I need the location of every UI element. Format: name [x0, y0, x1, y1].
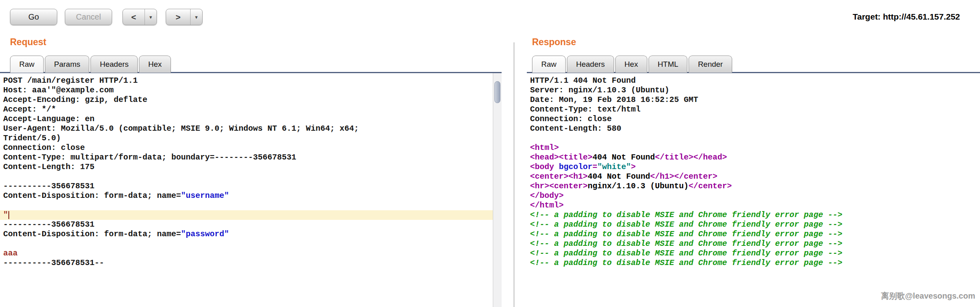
- code-line: <center><h1>404 Not Found</h1></center>: [527, 172, 980, 181]
- request-scroll-thumb[interactable]: [494, 81, 500, 103]
- request-title: Request: [10, 37, 46, 48]
- code-segment: <!-- a padding to disable MSIE and Chrom…: [530, 239, 842, 248]
- code-segment: ": [3, 210, 8, 219]
- code-segment: <html>: [530, 143, 559, 152]
- response-editor[interactable]: HTTP/1.1 404 Not FoundServer: nginx/1.10…: [527, 73, 980, 307]
- code-line: Trident/5.0): [0, 134, 493, 143]
- code-segment: ----------356678531: [3, 181, 94, 191]
- code-segment: <hr><center>: [530, 181, 588, 191]
- code-line: Accept: */*: [0, 105, 493, 114]
- code-segment: "white": [597, 162, 631, 171]
- code-line: ----------356678531: [0, 181, 493, 191]
- back-dropdown-button[interactable]: ▼: [145, 9, 157, 25]
- code-line: Content-Type: text/html: [527, 105, 980, 114]
- code-line: ": [0, 210, 493, 220]
- back-button[interactable]: <: [123, 9, 145, 25]
- code-segment: </html>: [530, 201, 564, 210]
- code-segment: Accept-Language: en: [3, 114, 94, 124]
- code-segment: <center><h1>: [530, 172, 588, 181]
- go-button[interactable]: Go: [10, 9, 57, 25]
- code-line: User-Agent: Mozilla/5.0 (compatible; MSI…: [0, 124, 493, 134]
- code-segment: Trident/5.0): [3, 134, 61, 143]
- code-segment: Content-Type: text/html: [530, 105, 641, 114]
- code-segment: 404 Not Found: [588, 172, 650, 181]
- tab-html[interactable]: HTML: [649, 56, 688, 73]
- code-segment: <!-- a padding to disable MSIE and Chrom…: [530, 220, 842, 229]
- code-line: Connection: close: [0, 143, 493, 153]
- code-segment: User-Agent: Mozilla/5.0 (compatible; MSI…: [3, 124, 359, 133]
- code-segment: 404 Not Found: [592, 153, 655, 162]
- code-line: Connection: close: [527, 114, 980, 124]
- code-segment: Content-Length: 580: [530, 124, 621, 133]
- code-segment: <head><title>: [530, 153, 592, 162]
- chevron-down-icon: ▼: [149, 15, 153, 20]
- code-segment: >: [631, 162, 636, 171]
- code-segment: Content-Disposition: form-data; name=: [3, 191, 181, 200]
- code-line: </body>: [527, 191, 980, 201]
- forward-button[interactable]: >: [166, 9, 190, 25]
- response-title: Response: [532, 37, 576, 48]
- code-segment: <!-- a padding to disable MSIE and Chrom…: [530, 229, 842, 239]
- code-segment: <body: [530, 162, 559, 171]
- code-line: <!-- a padding to disable MSIE and Chrom…: [527, 258, 980, 268]
- toolbar: Go Cancel < ▼ > ▼ Target: http://45.61.1…: [0, 0, 980, 40]
- request-editor[interactable]: POST /main/register HTTP/1.1Host: aaa'"@…: [0, 73, 493, 307]
- code-line: Content-Type: multipart/form-data; bound…: [0, 153, 493, 162]
- code-line: ----------356678531--: [0, 258, 493, 268]
- code-segment: Host: aaa'"@example.com: [3, 86, 114, 95]
- code-segment: </body>: [530, 191, 564, 200]
- request-scrollbar[interactable]: [493, 73, 502, 307]
- code-segment: Date: Mon, 19 Feb 2018 16:52:25 GMT: [530, 95, 698, 104]
- code-line: [0, 172, 493, 181]
- code-segment: Content-Disposition: form-data; name=: [3, 229, 181, 239]
- code-line: <html>: [527, 143, 980, 153]
- code-line: Accept-Encoding: gzip, deflate: [0, 95, 493, 105]
- code-segment: ----------356678531--: [3, 258, 104, 267]
- code-line: Server: nginx/1.10.3 (Ubuntu): [527, 86, 980, 95]
- code-segment: aaa: [3, 249, 18, 258]
- code-line: [0, 239, 493, 249]
- code-line: <head><title>404 Not Found</title></head…: [527, 153, 980, 162]
- text-cursor: [8, 211, 9, 219]
- code-line: <body bgcolor="white">: [527, 162, 980, 172]
- code-segment: ----------356678531: [3, 220, 94, 229]
- code-line: <!-- a padding to disable MSIE and Chrom…: [527, 239, 980, 249]
- code-segment: </h1></center>: [650, 172, 717, 181]
- tab-raw[interactable]: Raw: [10, 56, 44, 73]
- tab-hex[interactable]: Hex: [615, 56, 647, 73]
- tab-hex[interactable]: Hex: [139, 56, 171, 73]
- code-segment: Connection: close: [530, 114, 612, 124]
- code-line: <hr><center>nginx/1.10.3 (Ubuntu)</cente…: [527, 181, 980, 191]
- history-back-split-button: < ▼: [122, 9, 157, 25]
- tab-params[interactable]: Params: [45, 56, 89, 73]
- code-segment: </title></head>: [655, 153, 727, 162]
- code-line: HTTP/1.1 404 Not Found: [527, 76, 980, 86]
- watermark: 离别歌@leavesongs.com: [881, 291, 975, 301]
- chevron-down-icon: ▼: [194, 15, 199, 20]
- code-line: POST /main/register HTTP/1.1: [0, 76, 493, 86]
- code-line: Host: aaa'"@example.com: [0, 86, 493, 95]
- history-forward-split-button: > ▼: [166, 9, 203, 25]
- code-segment: Server: nginx/1.10.3 (Ubuntu): [530, 86, 669, 95]
- code-line: Content-Length: 580: [527, 124, 980, 134]
- code-segment: "username": [181, 191, 229, 200]
- code-line: <!-- a padding to disable MSIE and Chrom…: [527, 249, 980, 258]
- code-segment: "password": [181, 229, 229, 239]
- tab-render[interactable]: Render: [689, 56, 732, 73]
- code-line: Accept-Language: en: [0, 114, 493, 124]
- code-segment: =: [592, 162, 597, 171]
- forward-dropdown-button[interactable]: ▼: [190, 9, 202, 25]
- code-segment: nginx/1.10.3 (Ubuntu): [588, 181, 689, 191]
- code-line: Content-Disposition: form-data; name="pa…: [0, 229, 493, 239]
- request-tabs: RawParamsHeadersHex: [10, 56, 172, 73]
- code-segment: POST /main/register HTTP/1.1: [3, 76, 138, 85]
- code-segment: </center>: [689, 181, 732, 191]
- panel-splitter[interactable]: [514, 42, 514, 307]
- code-line: Date: Mon, 19 Feb 2018 16:52:25 GMT: [527, 95, 980, 105]
- tab-headers[interactable]: Headers: [90, 56, 138, 73]
- code-segment: Content-Type: multipart/form-data; bound…: [3, 153, 296, 162]
- cancel-button[interactable]: Cancel: [65, 9, 112, 25]
- tab-headers[interactable]: Headers: [567, 56, 614, 73]
- code-line: <!-- a padding to disable MSIE and Chrom…: [527, 220, 980, 229]
- tab-raw[interactable]: Raw: [532, 56, 566, 73]
